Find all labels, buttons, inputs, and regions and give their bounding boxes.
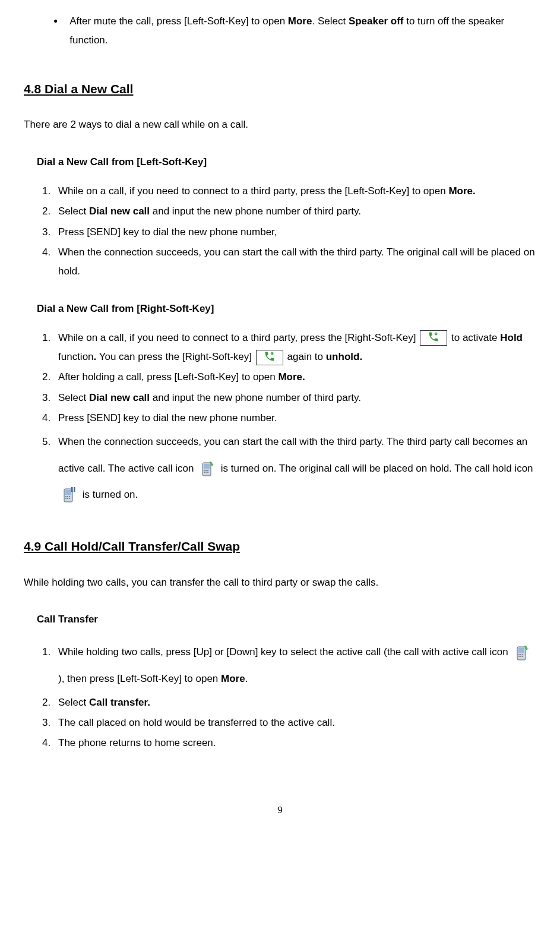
list-call-transfer: While holding two calls, press [Up] or […	[37, 639, 536, 753]
bold-hold: Hold	[500, 332, 523, 343]
list-item: When the connection succeeds, you can st…	[53, 243, 536, 282]
list-item: While on a call, if you need to connect …	[53, 182, 536, 201]
text: function	[58, 351, 94, 362]
subheading-right-soft-key: Dial a New Call from [Right-Soft-Key]	[37, 299, 536, 318]
list-item: Select Call transfer.	[53, 693, 536, 712]
list-item: While on a call, if you need to connect …	[53, 328, 536, 367]
list-item: After holding a call, press [Left-Soft-K…	[53, 368, 536, 387]
bullet-marker: ●	[53, 12, 58, 50]
list-item: The phone returns to home screen.	[53, 734, 536, 753]
text: You can press the [Right-Soft-key]	[96, 351, 254, 362]
text: is turned on. The original call will be …	[221, 463, 533, 474]
text: After holding a call, press [Left-Soft-K…	[58, 371, 278, 383]
list-item: When the connection succeeds, you can st…	[53, 429, 536, 508]
subheading-call-transfer: Call Transfer	[37, 610, 536, 629]
list-right-soft-key: While on a call, if you need to connect …	[37, 328, 536, 508]
bold-call-transfer: Call transfer.	[89, 697, 150, 708]
bold-dial-new-call: Dial new call	[89, 392, 150, 403]
bold-more: More.	[278, 371, 305, 383]
intro-4-9: While holding two calls, you can transfe…	[24, 573, 536, 592]
text: While on a call, if you need to connect …	[58, 332, 419, 343]
subheading-left-soft-key: Dial a New Call from [Left-Soft-Key]	[37, 153, 536, 172]
bold-speaker-off: Speaker off	[349, 15, 404, 27]
text: While on a call, if you need to connect …	[58, 185, 448, 197]
call-hold-icon	[59, 485, 78, 504]
page-number: 9	[24, 801, 536, 820]
text: to activate	[451, 332, 500, 343]
list-item: Press [SEND] key to dial the new phone n…	[53, 223, 536, 242]
hold-key-icon	[420, 330, 447, 346]
active-call-icon	[512, 643, 531, 662]
text: .	[245, 673, 248, 684]
text: Select	[58, 392, 89, 403]
bold-more: More	[221, 673, 245, 684]
intro-4-8: There are 2 ways to dial a new call whil…	[24, 115, 536, 134]
list-item: Select Dial new call and input the new p…	[53, 388, 536, 407]
bold-more: More.	[448, 185, 475, 197]
list-item: Press [SEND] key to dial the new phone n…	[53, 409, 536, 428]
text: Select	[58, 206, 89, 217]
text: again to	[287, 351, 326, 362]
text: and input the new phone number of third …	[150, 206, 361, 217]
unhold-key-icon	[256, 350, 283, 365]
list-item: Select Dial new call and input the new p…	[53, 202, 536, 221]
bullet-text: After mute the call, press [Left-Soft-Ke…	[69, 12, 536, 50]
text: Select	[58, 697, 89, 708]
text: . Select	[312, 15, 348, 27]
list-left-soft-key: While on a call, if you need to connect …	[37, 182, 536, 281]
text: While holding two calls, press [Up] or […	[58, 646, 511, 658]
text: is turned on.	[83, 489, 138, 500]
bullet-speaker-off: ● After mute the call, press [Left-Soft-…	[53, 12, 536, 50]
list-item: While holding two calls, press [Up] or […	[53, 639, 536, 691]
bold-dial-new-call: Dial new call	[89, 206, 150, 217]
text: and input the new phone number of third …	[150, 392, 361, 403]
list-item: The call placed on hold would be transfe…	[53, 713, 536, 732]
text: After mute the call, press [Left-Soft-Ke…	[69, 15, 288, 27]
active-call-icon	[198, 459, 217, 478]
text: ), then press [Left-Soft-Key] to open	[58, 673, 221, 684]
heading-4-9: 4.9 Call Hold/Call Transfer/Call Swap	[24, 535, 536, 558]
bold-unhold: unhold.	[326, 351, 362, 362]
bold-more: More	[288, 15, 312, 27]
heading-4-8: 4.8 Dial a New Call	[24, 77, 536, 101]
